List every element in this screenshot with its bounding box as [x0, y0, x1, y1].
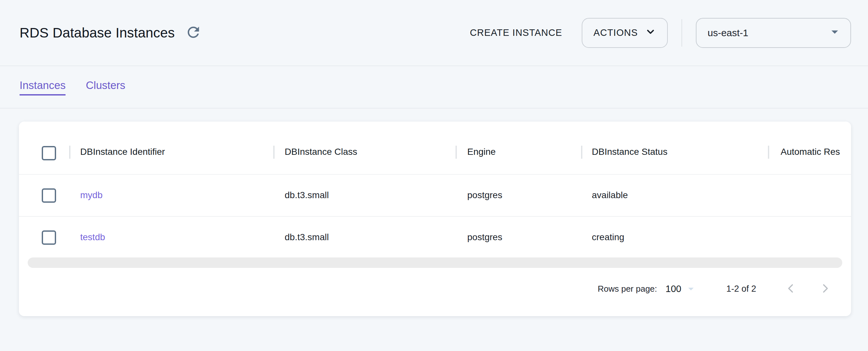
row-checkbox[interactable]: [42, 230, 56, 245]
chevron-left-icon: [783, 281, 799, 297]
column-header-engine: Engine: [467, 147, 496, 157]
instance-link[interactable]: mydb: [80, 190, 102, 200]
refresh-icon: [185, 24, 202, 42]
horizontal-scrollbar[interactable]: [28, 257, 842, 268]
table-header-row: DBInstance Identifier DBInstance Class E…: [19, 122, 851, 175]
region-select-value: us-east-1: [708, 27, 748, 38]
column-separator: [581, 146, 582, 159]
refresh-button[interactable]: [185, 24, 202, 42]
vertical-divider: [681, 19, 682, 46]
column-separator: [69, 146, 70, 159]
cell-dbinstance-status: creating: [592, 232, 624, 243]
rows-per-page-value: 100: [665, 284, 681, 294]
table-row: testdb db.t3.small postgres creating: [19, 217, 851, 259]
previous-page-button[interactable]: [783, 281, 799, 296]
instance-link[interactable]: testdb: [80, 232, 105, 243]
column-separator: [456, 146, 457, 159]
table-row: mydb db.t3.small postgres available: [19, 175, 851, 217]
next-page-button[interactable]: [817, 281, 833, 296]
arrow-drop-down-icon: [684, 282, 698, 295]
select-all-checkbox[interactable]: [42, 146, 56, 160]
create-instance-button[interactable]: CREATE INSTANCE: [470, 27, 562, 38]
column-separator: [768, 146, 769, 159]
arrow-drop-down-icon: [827, 24, 843, 42]
chevron-down-icon: [645, 26, 656, 39]
row-checkbox[interactable]: [42, 188, 56, 203]
cell-engine: postgres: [467, 190, 502, 200]
instances-table-card: DBInstance Identifier DBInstance Class E…: [19, 122, 851, 316]
tab-bar: Instances Clusters: [0, 67, 868, 108]
column-separator: [273, 146, 275, 159]
rows-per-page-select[interactable]: 100: [665, 282, 698, 295]
table-pagination: Rows per page: 100 1-2 of 2: [19, 270, 851, 316]
tab-instances[interactable]: Instances: [20, 79, 66, 95]
rows-per-page-label: Rows per page:: [598, 284, 657, 294]
actions-button[interactable]: ACTIONS: [582, 18, 668, 48]
cell-dbinstance-status: available: [592, 190, 628, 200]
actions-button-label: ACTIONS: [593, 27, 638, 38]
cell-dbinstance-class: db.t3.small: [285, 232, 329, 243]
page-title: RDS Database Instances: [20, 25, 175, 41]
column-header-dbinstance-class: DBInstance Class: [285, 147, 358, 157]
cell-dbinstance-class: db.t3.small: [285, 190, 329, 200]
pagination-range-label: 1-2 of 2: [726, 284, 756, 294]
top-bar: RDS Database Instances CREATE INSTANCE A…: [0, 0, 868, 66]
column-header-dbinstance-identifier: DBInstance Identifier: [80, 147, 165, 157]
rds-console-page: RDS Database Instances CREATE INSTANCE A…: [0, 0, 868, 351]
chevron-right-icon: [817, 281, 833, 297]
region-select[interactable]: us-east-1: [696, 18, 851, 48]
cell-engine: postgres: [467, 232, 502, 243]
tab-clusters[interactable]: Clusters: [86, 79, 125, 95]
column-header-dbinstance-status: DBInstance Status: [592, 147, 668, 157]
column-header-automatic-restart: Automatic Res: [781, 147, 840, 157]
